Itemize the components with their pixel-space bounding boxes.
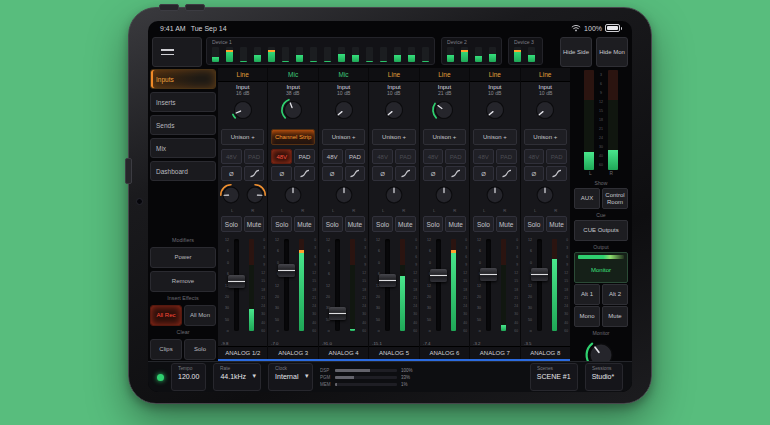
sidebar-button-all-rec[interactable]: All Rec <box>150 305 182 326</box>
gain-knob[interactable] <box>482 97 508 123</box>
solo-button[interactable]: Solo <box>423 216 444 232</box>
scenes-box[interactable]: Scenes SCENE #1 <box>530 363 578 391</box>
pan-knob[interactable] <box>533 183 557 207</box>
fader-cap[interactable] <box>379 274 396 287</box>
gain-knob[interactable] <box>431 97 457 123</box>
tempo-box[interactable]: Tempo 120.00 <box>171 363 206 391</box>
sidebar-button-solo[interactable]: Solo <box>184 339 216 360</box>
mute-button[interactable]: Mute <box>294 216 315 232</box>
pan-knob[interactable] <box>483 183 507 207</box>
cue-outputs-button[interactable]: CUE Outputs <box>574 220 628 241</box>
low-cut-button[interactable] <box>496 166 517 181</box>
device-tab-1[interactable]: Device 1 <box>206 37 435 65</box>
mute-button[interactable]: Mute <box>345 216 366 232</box>
phantom-48v-button[interactable]: 48V <box>221 149 242 164</box>
menu-button[interactable] <box>152 37 202 67</box>
phantom-48v-button[interactable]: 48V <box>271 149 292 164</box>
monitor-output-button[interactable]: Monitor <box>574 252 628 283</box>
fader-track[interactable] <box>284 239 289 331</box>
pad-button[interactable]: PAD <box>294 149 315 164</box>
sessions-box[interactable]: Sessions Studio* <box>585 363 623 391</box>
gain-knob[interactable] <box>381 97 407 123</box>
sample-rate-select[interactable]: Rate 44.1kHz ▾ <box>213 363 261 391</box>
sidebar-item-mix[interactable]: Mix <box>150 138 216 158</box>
phantom-48v-button[interactable]: 48V <box>372 149 393 164</box>
phantom-48v-button[interactable]: 48V <box>524 149 545 164</box>
unison-slot-button[interactable]: Unison + <box>524 129 567 145</box>
pad-button[interactable]: PAD <box>496 149 517 164</box>
sidebar-button-all-mon[interactable]: All Mon <box>184 305 216 326</box>
solo-button[interactable]: Solo <box>221 216 242 232</box>
fader-cap[interactable] <box>480 268 497 281</box>
mono-button[interactable]: Mono <box>574 306 600 327</box>
phantom-48v-button[interactable]: 48V <box>322 149 343 164</box>
master-mute-button[interactable]: Mute <box>602 306 628 327</box>
device-tab-3[interactable]: Device 3 <box>508 37 543 65</box>
phase-button[interactable]: Ø <box>372 166 393 181</box>
aux-button[interactable]: AUX <box>574 188 600 209</box>
fader-cap[interactable] <box>228 275 245 288</box>
phase-button[interactable]: Ø <box>322 166 343 181</box>
solo-button[interactable]: Solo <box>271 216 292 232</box>
low-cut-button[interactable] <box>345 166 366 181</box>
phase-button[interactable]: Ø <box>423 166 444 181</box>
fader-track[interactable] <box>486 239 491 331</box>
pad-button[interactable]: PAD <box>546 149 567 164</box>
sidebar-item-inserts[interactable]: Inserts <box>150 92 216 112</box>
unison-slot-button[interactable]: Unison + <box>372 129 415 145</box>
pan-knob[interactable] <box>281 183 305 207</box>
sidebar-button-remove[interactable]: Remove <box>150 271 216 292</box>
phase-button[interactable]: Ø <box>271 166 292 181</box>
pad-button[interactable]: PAD <box>395 149 416 164</box>
pan-knob[interactable] <box>243 183 267 207</box>
fader-cap[interactable] <box>430 269 447 282</box>
mute-button[interactable]: Mute <box>395 216 416 232</box>
unison-slot-button[interactable]: Unison + <box>221 129 264 145</box>
pan-knob[interactable] <box>432 183 456 207</box>
hide-side-button[interactable]: Hide Side <box>560 37 592 67</box>
solo-button[interactable]: Solo <box>322 216 343 232</box>
fader-cap[interactable] <box>278 264 295 277</box>
sidebar-button-clips[interactable]: Clips <box>150 339 182 360</box>
pad-button[interactable]: PAD <box>445 149 466 164</box>
gain-knob[interactable] <box>230 97 256 123</box>
solo-button[interactable]: Solo <box>372 216 393 232</box>
device-tab-2[interactable]: Device 2 <box>441 37 502 65</box>
mute-button[interactable]: Mute <box>546 216 567 232</box>
alt1-button[interactable]: Alt 1 <box>574 284 600 305</box>
fader-track[interactable] <box>234 239 239 331</box>
low-cut-button[interactable] <box>445 166 466 181</box>
sidebar-button-power[interactable]: Power <box>150 247 216 268</box>
pad-button[interactable]: PAD <box>345 149 366 164</box>
sidebar-item-sends[interactable]: Sends <box>150 115 216 135</box>
sidebar-item-dashboard[interactable]: Dashboard <box>150 161 216 181</box>
hide-mon-button[interactable]: Hide Mon <box>596 37 628 67</box>
phase-button[interactable]: Ø <box>524 166 545 181</box>
fader-cap[interactable] <box>531 268 548 281</box>
unison-slot-button[interactable]: Unison + <box>423 129 466 145</box>
fader-track[interactable] <box>385 239 390 331</box>
pan-knob[interactable] <box>382 183 406 207</box>
clock-select[interactable]: Clock Internal ▾ <box>268 363 313 391</box>
alt2-button[interactable]: Alt 2 <box>602 284 628 305</box>
gain-knob[interactable] <box>532 97 558 123</box>
fader-track[interactable] <box>537 239 542 331</box>
unison-slot-button[interactable]: Channel Strip <box>271 129 314 145</box>
fader-track[interactable] <box>436 239 441 331</box>
fader-cap[interactable] <box>329 307 346 320</box>
low-cut-button[interactable] <box>294 166 315 181</box>
fader-track[interactable] <box>335 239 340 331</box>
pad-button[interactable]: PAD <box>244 149 265 164</box>
sidebar-item-inputs[interactable]: Inputs <box>150 69 216 89</box>
low-cut-button[interactable] <box>244 166 265 181</box>
gain-knob[interactable] <box>280 97 306 123</box>
solo-button[interactable]: Solo <box>473 216 494 232</box>
low-cut-button[interactable] <box>395 166 416 181</box>
unison-slot-button[interactable]: Unison + <box>473 129 516 145</box>
mute-button[interactable]: Mute <box>244 216 265 232</box>
phase-button[interactable]: Ø <box>221 166 242 181</box>
pan-knob[interactable] <box>219 183 243 207</box>
unison-slot-button[interactable]: Unison + <box>322 129 365 145</box>
gain-knob[interactable] <box>331 97 357 123</box>
pan-knob[interactable] <box>332 183 356 207</box>
